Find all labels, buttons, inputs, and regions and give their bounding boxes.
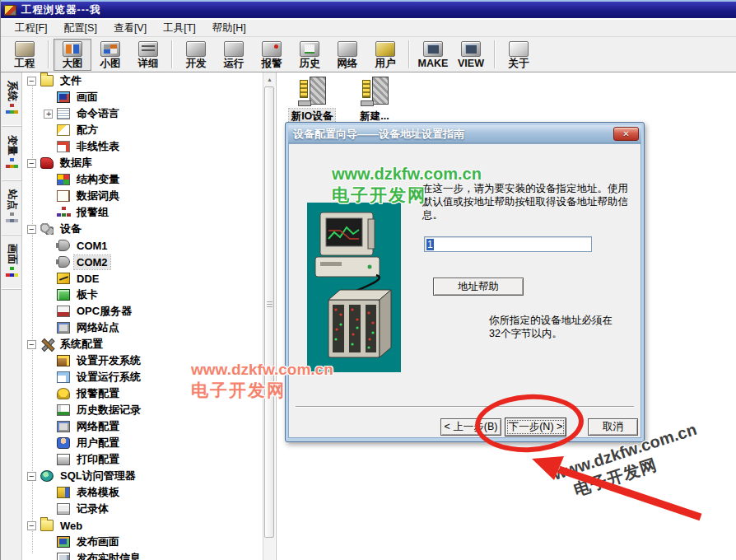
collapse-toggle-icon[interactable] (27, 225, 36, 234)
tree-item-network-config[interactable]: 网络配置 (23, 418, 263, 435)
toolbar-large-icons-button[interactable]: 大图 (54, 39, 91, 71)
toolbar-details-button[interactable]: 详细 (129, 39, 167, 71)
scroll-up-icon[interactable] (263, 72, 276, 86)
new-device-item[interactable]: 新建... (351, 77, 398, 124)
tree-item-label: 打印配置 (74, 451, 122, 468)
tab-variables[interactable]: 变量 (2, 127, 21, 181)
tree-item-recipe[interactable]: 配方 (23, 122, 263, 138)
io-device-icon (359, 77, 390, 106)
view-icon (461, 41, 481, 57)
cancel-button[interactable]: 取消 (588, 418, 638, 436)
toolbar-develop-button[interactable]: 开发 (177, 39, 215, 71)
menu-tools[interactable]: 工具[T] (156, 20, 203, 37)
tree-item-publish-realtime[interactable]: 发布实时信息 (23, 550, 263, 560)
address-note-text: 你所指定的设备地址必须在32个字节以内。 (489, 314, 613, 340)
tree-item-screen[interactable]: 画面 (23, 89, 263, 105)
menu-config[interactable]: 配置[S] (57, 20, 105, 37)
bell-icon (57, 388, 70, 399)
toolbar-label: MAKE (418, 58, 449, 68)
tree-item-label: 历史数据记录 (74, 402, 143, 418)
tree-item-label: 板卡 (74, 287, 100, 303)
make-icon (423, 41, 443, 57)
back-button[interactable]: < 上一步(B) (440, 418, 501, 436)
tree-item-command-language[interactable]: 命令语言 (23, 105, 263, 122)
toolbar-history-button[interactable]: 历史 (291, 39, 328, 71)
tree-item-nonlinear-table[interactable]: 非线性表 (23, 138, 263, 155)
tree-item-data-dictionary[interactable]: 数据词典 (23, 188, 263, 204)
toolbar-view-button[interactable]: VIEW (452, 39, 490, 71)
tree-item-network-station[interactable]: 网络站点 (23, 320, 263, 336)
toolbar-alarm-button[interactable]: 报警 (253, 39, 291, 71)
tree-item-alarm-group[interactable]: 报警组 (23, 204, 263, 221)
collapse-toggle-icon[interactable] (27, 521, 36, 530)
collapse-toggle-icon[interactable] (27, 340, 36, 349)
tree-item-opc-server[interactable]: OPC服务器 (23, 303, 263, 320)
app-icon (4, 5, 16, 16)
toolbar-network-button[interactable]: 网络 (328, 39, 366, 71)
tree-item-publish-screen[interactable]: 发布画面 (23, 534, 263, 550)
new-io-device-item[interactable]: 新IO设备 (288, 77, 336, 124)
tree-item-alarm-config[interactable]: 报警配置 (23, 385, 263, 402)
address-input[interactable]: 1 (424, 236, 592, 252)
toolbar-small-icons-button[interactable]: 小图 (91, 39, 129, 71)
tree-item-table-template[interactable]: 表格模板 (23, 484, 263, 501)
toolbar-about-button[interactable]: 关于 (500, 39, 538, 71)
run-system-icon (57, 371, 70, 383)
tree-item-label: 文件 (58, 72, 84, 89)
tab-label: 站点 (5, 189, 19, 210)
scrollbar-thumb[interactable] (264, 86, 274, 538)
collapse-toggle-icon[interactable] (27, 159, 36, 168)
dialog-title-bar[interactable]: 设备配置向导——设备地址设置指南 (288, 125, 641, 143)
tree-item-print-config[interactable]: 打印配置 (23, 451, 263, 468)
database-icon (40, 157, 54, 169)
toolbar-make-button[interactable]: MAKE (414, 39, 452, 71)
tree-item-history-record[interactable]: 历史数据记录 (23, 402, 263, 418)
toolbar-run-button[interactable]: 运行 (215, 39, 253, 71)
window-title: 工程浏览器---我 (21, 3, 101, 17)
tree-item-web[interactable]: Web (23, 517, 263, 534)
collapse-toggle-icon[interactable] (27, 472, 36, 481)
tree-item-run-system-settings[interactable]: 设置运行系统 (23, 369, 263, 385)
tab-stations[interactable]: 站点 (2, 181, 21, 236)
instruction-text: 在这一步，请为要安装的设备指定地址。使用默认值或按地址帮助按钮取得设备地址帮助信… (422, 182, 630, 222)
next-button[interactable]: 下一步(N) > (505, 418, 566, 436)
tree-item-label: DDE (74, 272, 101, 286)
tree-item-sql-manager[interactable]: SQL访问管理器 (23, 468, 263, 484)
tree-item-user-config[interactable]: 用户配置 (23, 435, 263, 451)
toolbar-label: 详细 (138, 58, 159, 68)
computer-illustration (307, 203, 401, 372)
tree-item-label: 设置运行系统 (74, 369, 143, 385)
address-help-button[interactable]: 地址帮助 (433, 278, 524, 296)
tree-item-files[interactable]: 文件 (23, 72, 263, 89)
tree-item-dde[interactable]: DDE (23, 270, 263, 287)
scrollbar-grip (267, 301, 273, 308)
tree-item-devices[interactable]: 设备 (23, 221, 263, 237)
tree-item-label: 发布实时信息 (74, 550, 143, 560)
tab-screens[interactable]: 画面 (2, 236, 21, 290)
tree-item-label: COM1 (74, 239, 110, 253)
tree-item-database[interactable]: 数据库 (23, 155, 263, 171)
tree-item-label: 报警配置 (74, 385, 122, 402)
tree-item-label: 系统配置 (58, 336, 105, 352)
tree-item-struct-variables[interactable]: 结构变量 (23, 171, 263, 188)
tree-item-system-config[interactable]: 系统配置 (23, 336, 263, 352)
tree-item-record-body[interactable]: 记录体 (23, 501, 263, 517)
tree-item-com2[interactable]: COM2 (23, 254, 263, 270)
close-icon[interactable] (613, 127, 639, 141)
menu-help[interactable]: 帮助[H] (205, 20, 254, 37)
tree-item-board[interactable]: 板卡 (23, 287, 263, 303)
tree-item-label: COM2 (74, 255, 110, 269)
expand-toggle-icon[interactable] (44, 110, 53, 119)
menu-view[interactable]: 查看[V] (106, 20, 154, 37)
tree-scrollbar[interactable] (263, 72, 275, 560)
toolbar-separator (408, 40, 410, 68)
tree-item-dev-system-settings[interactable]: 设置开发系统 (23, 352, 263, 369)
tree-item-label: 命令语言 (74, 105, 122, 122)
toolbar-project-button[interactable]: 工程 (6, 39, 44, 71)
collapse-toggle-icon[interactable] (27, 77, 36, 86)
tree-item-label: 设备 (58, 221, 84, 237)
tree-item-com1[interactable]: COM1 (23, 237, 263, 254)
toolbar-users-button[interactable]: 用户 (366, 39, 404, 71)
menu-project[interactable]: 工程[F] (7, 20, 55, 37)
tab-system[interactable]: 系统 (2, 72, 21, 127)
